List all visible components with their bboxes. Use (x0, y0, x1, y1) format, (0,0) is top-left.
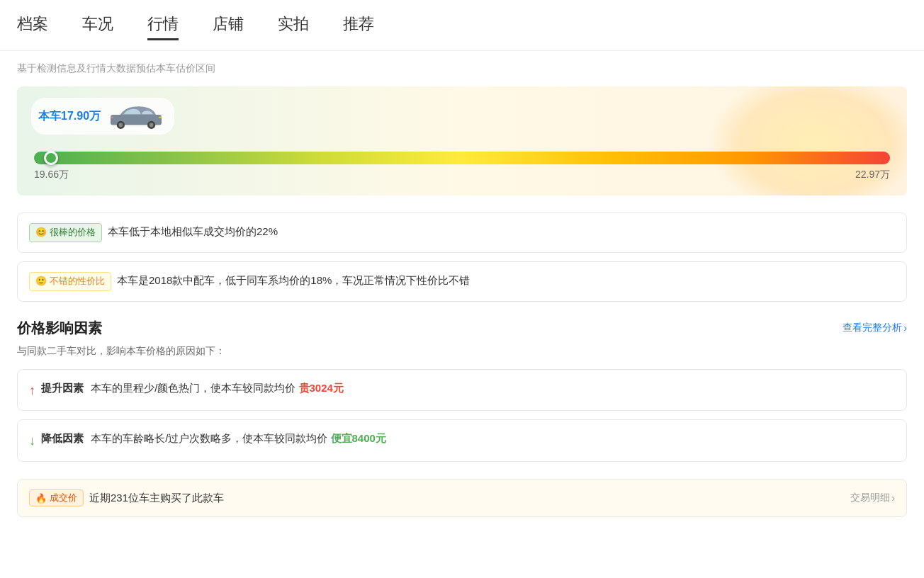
transaction-detail-link[interactable]: 交易明细 › (850, 492, 895, 504)
nav-item-shipai[interactable]: 实拍 (278, 13, 309, 38)
eval-card-great-price: 😊 很棒的价格 本车低于本地相似车成交均价的22% (17, 212, 907, 253)
factor-down-label: 降低因素 (41, 432, 84, 444)
factor-card-up: ↑ 提升因素 本车的里程少/颜色热门，使本车较同款均价 贵3024元 (17, 369, 907, 412)
eval-card-good-value: 🙂 不错的性价比 本车是2018款中配车，低于同车系均价的18%，车况正常情况下… (17, 261, 907, 302)
factors-title: 价格影响因素 (17, 319, 102, 338)
factor-up-price: 贵3024元 (299, 382, 344, 394)
svg-rect-6 (111, 116, 113, 118)
chevron-right-icon: › (903, 322, 907, 334)
svg-point-2 (119, 123, 123, 128)
transaction-description: 近期231位车主购买了此款车 (89, 492, 224, 505)
factors-section: 价格影响因素 查看完整分析 › 与同款二手车对比，影响本车价格的原因如下： ↑ … (17, 319, 907, 463)
eval-desc-2: 本车是2018款中配车，低于同车系均价的18%，车况正常情况下性价比不错 (117, 272, 470, 289)
price-range-container: 19.66万 22.97万 (31, 152, 893, 181)
arrow-down-icon: ↓ (29, 431, 35, 451)
badge-emoji-1: 😊 (35, 225, 47, 240)
transaction-emoji: 🔥 (35, 493, 47, 504)
badge-emoji-2: 🙂 (35, 274, 47, 289)
nav-item-chekuang[interactable]: 车况 (82, 13, 113, 38)
transaction-badge: 🔥 成交价 (29, 489, 84, 506)
nav-item-hangqing[interactable]: 行情 (147, 13, 179, 38)
arrow-up-icon: ↑ (29, 380, 35, 401)
chevron-gray-icon: › (891, 492, 895, 504)
factor-up-desc-before: 本车的里程少/颜色热门，使本车较同款均价 (91, 382, 295, 394)
factor-card-down: ↓ 降低因素 本车的车龄略长/过户次数略多，使本车较同款均价 便宜8400元 (17, 419, 907, 462)
nav-item-dianpu[interactable]: 店铺 (213, 13, 244, 38)
price-range-min: 19.66万 (34, 169, 69, 181)
eval-desc-1: 本车低于本地相似车成交均价的22% (108, 223, 278, 240)
car-silhouette-icon (108, 102, 164, 130)
car-icon-area: 本车17.90万 (31, 98, 893, 146)
price-card: 本车17.90万 (17, 86, 907, 196)
view-full-analysis-link[interactable]: 查看完整分析 › (843, 322, 907, 334)
price-range-labels: 19.66万 22.97万 (34, 169, 890, 181)
factor-down-price: 便宜8400元 (331, 432, 386, 444)
page-subtitle: 基于检测信息及行情大数据预估本车估价区间 (17, 62, 907, 75)
evaluation-section: 😊 很棒的价格 本车低于本地相似车成交均价的22% 🙂 不错的性价比 本车是20… (17, 212, 907, 302)
main-content: 基于检测信息及行情大数据预估本车估价区间 本车17.90万 (0, 51, 924, 534)
price-marker (44, 151, 58, 165)
price-gradient-bar (34, 152, 890, 164)
navigation: 档案 车况 行情 店铺 实拍 推荐 (0, 0, 924, 51)
factor-up-label: 提升因素 (41, 382, 84, 394)
svg-rect-5 (159, 116, 162, 118)
eval-badge-value: 🙂 不错的性价比 (29, 272, 111, 291)
price-range-max: 22.97万 (855, 169, 890, 181)
transaction-section: 🔥 成交价 近期231位车主购买了此款车 交易明细 › (17, 479, 907, 517)
eval-badge-great: 😊 很棒的价格 (29, 223, 102, 242)
factors-description: 与同款二手车对比，影响本车价格的原因如下： (17, 345, 907, 358)
factors-header: 价格影响因素 查看完整分析 › (17, 319, 907, 338)
svg-point-4 (150, 123, 154, 128)
current-price-label: 本车17.90万 (31, 98, 174, 135)
nav-item-tuijian[interactable]: 推荐 (343, 13, 374, 38)
nav-item-dangan[interactable]: 档案 (17, 13, 48, 38)
factor-down-desc-before: 本车的车龄略长/过户次数略多，使本车较同款均价 (91, 432, 327, 444)
transaction-left: 🔥 成交价 近期231位车主购买了此款车 (29, 489, 224, 506)
